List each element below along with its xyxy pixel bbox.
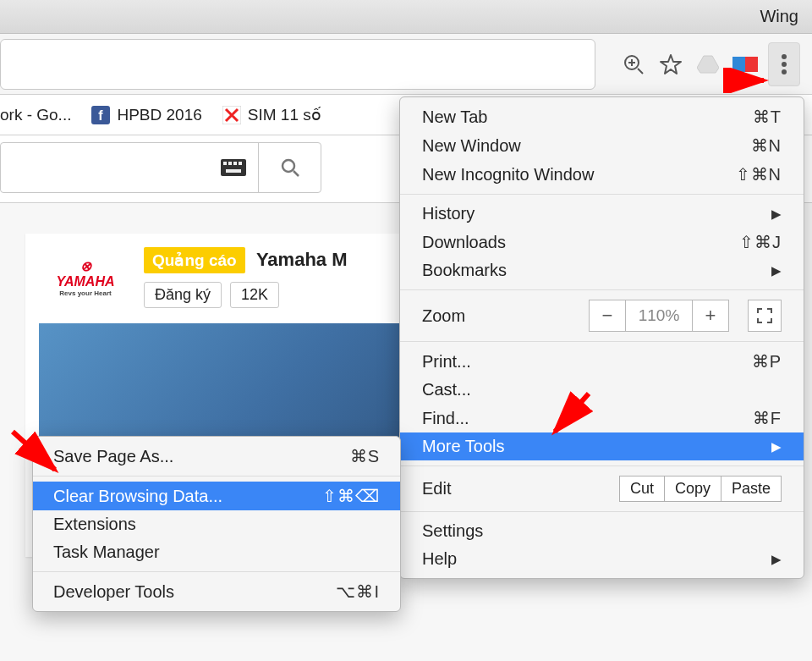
submenu-save-page-as[interactable]: Save Page As...⌘S	[33, 442, 400, 471]
menu-find[interactable]: Find...⌘F	[400, 404, 804, 432]
search-bar[interactable]	[0, 142, 321, 193]
fullscreen-button[interactable]	[748, 300, 782, 332]
address-bar[interactable]	[0, 39, 595, 90]
facebook-icon: f	[91, 106, 110, 124]
svg-text:f: f	[99, 108, 104, 123]
shortcut: ⌘N	[751, 135, 782, 156]
star-icon[interactable]	[656, 50, 685, 79]
shortcut: ⌘P	[752, 351, 782, 372]
submenu-task-manager[interactable]: Task Manager	[33, 538, 400, 566]
menu-settings[interactable]: Settings	[400, 517, 804, 545]
svg-rect-19	[226, 169, 241, 173]
svg-point-10	[782, 69, 787, 74]
submenu-arrow-icon: ▶	[771, 439, 782, 454]
zoom-out-button[interactable]: −	[589, 300, 626, 332]
svg-rect-7	[745, 57, 758, 72]
edit-paste-button[interactable]: Paste	[721, 476, 782, 502]
subscriber-count: 12K	[230, 282, 279, 308]
search-button[interactable]	[258, 143, 321, 192]
menu-help[interactable]: Help▶	[400, 545, 804, 573]
shortcut: ⇧⌘⌫	[322, 486, 380, 506]
bookmark-label: HPBD 2016	[117, 106, 201, 124]
svg-rect-15	[223, 162, 227, 165]
svg-line-21	[294, 171, 299, 176]
search-input[interactable]	[1, 143, 258, 192]
menu-new-window[interactable]: New Window⌘N	[400, 131, 804, 160]
title-bar: Wing	[0, 0, 812, 34]
shortcut: ⌘T	[753, 107, 782, 127]
window-title: Wing	[760, 7, 798, 26]
menu-more-tools[interactable]: More Tools▶	[400, 432, 804, 460]
submenu-arrow-icon: ▶	[771, 552, 782, 567]
menu-edit: Edit Cut Copy Paste	[400, 471, 804, 506]
svg-rect-16	[228, 162, 232, 165]
menu-new-tab[interactable]: New Tab⌘T	[400, 102, 804, 131]
svg-line-3	[638, 69, 643, 74]
bookmark-item[interactable]: SIM 11 số	[222, 105, 321, 124]
shortcut: ⇧⌘N	[736, 164, 782, 185]
site-icon	[222, 106, 241, 124]
svg-rect-17	[233, 162, 237, 165]
edit-copy-button[interactable]: Copy	[665, 476, 721, 502]
shortcut: ⌥⌘I	[336, 581, 380, 602]
menu-button[interactable]	[768, 42, 800, 86]
menu-downloads[interactable]: Downloads⇧⌘J	[400, 228, 804, 256]
shortcut: ⇧⌘J	[739, 232, 782, 252]
bookmark-item[interactable]: ork - Go...	[0, 106, 71, 124]
fullscreen-icon	[756, 307, 773, 324]
menu-bookmarks[interactable]: Bookmarks▶	[400, 256, 804, 284]
menu-cast[interactable]: Cast...	[400, 376, 804, 404]
bookmark-item[interactable]: f HPBD 2016	[91, 106, 201, 124]
bookmark-label: SIM 11 số	[248, 105, 321, 124]
svg-point-9	[782, 62, 787, 67]
yamaha-logo: ⊗ YAMAHA Revs your Heart	[39, 258, 132, 297]
keyboard-icon[interactable]	[221, 159, 246, 176]
svg-marker-4	[661, 55, 681, 74]
zoom-indicator-icon[interactable]	[619, 50, 648, 79]
submenu-arrow-icon: ▶	[771, 207, 782, 222]
browser-menu: New Tab⌘T New Window⌘N New Incognito Win…	[399, 96, 804, 579]
shortcut: ⌘S	[350, 446, 380, 466]
submenu-extensions[interactable]: Extensions	[33, 510, 400, 538]
menu-incognito[interactable]: New Incognito Window⇧⌘N	[400, 160, 804, 189]
svg-rect-18	[239, 162, 242, 165]
menu-history[interactable]: History▶	[400, 200, 804, 228]
search-icon	[279, 157, 301, 179]
svg-point-8	[782, 54, 787, 59]
zoom-in-button[interactable]: +	[692, 300, 729, 332]
menu-print[interactable]: Print...⌘P	[400, 347, 804, 376]
shortcut: ⌘F	[753, 408, 782, 428]
svg-rect-6	[732, 57, 745, 72]
submenu-arrow-icon: ▶	[771, 263, 782, 278]
browser-toolbar	[0, 34, 812, 95]
svg-marker-5	[697, 56, 719, 73]
submenu-clear-browsing-data[interactable]: Clear Browsing Data...⇧⌘⌫	[33, 482, 400, 510]
extension-other-icon[interactable]	[731, 50, 760, 79]
card-title: Yamaha M	[256, 249, 348, 270]
ad-badge: Quảng cáo	[144, 247, 245, 273]
more-tools-submenu: Save Page As...⌘S Clear Browsing Data...…	[32, 436, 401, 612]
submenu-developer-tools[interactable]: Developer Tools⌥⌘I	[33, 577, 400, 606]
edit-cut-button[interactable]: Cut	[619, 476, 665, 502]
extension-drive-icon[interactable]	[694, 50, 722, 79]
svg-point-20	[283, 160, 294, 172]
subscribe-button[interactable]: Đăng ký	[144, 282, 222, 308]
zoom-value: 110%	[626, 300, 692, 332]
menu-zoom: Zoom − 110% +	[400, 295, 804, 336]
bookmark-label: ork - Go...	[0, 106, 71, 124]
